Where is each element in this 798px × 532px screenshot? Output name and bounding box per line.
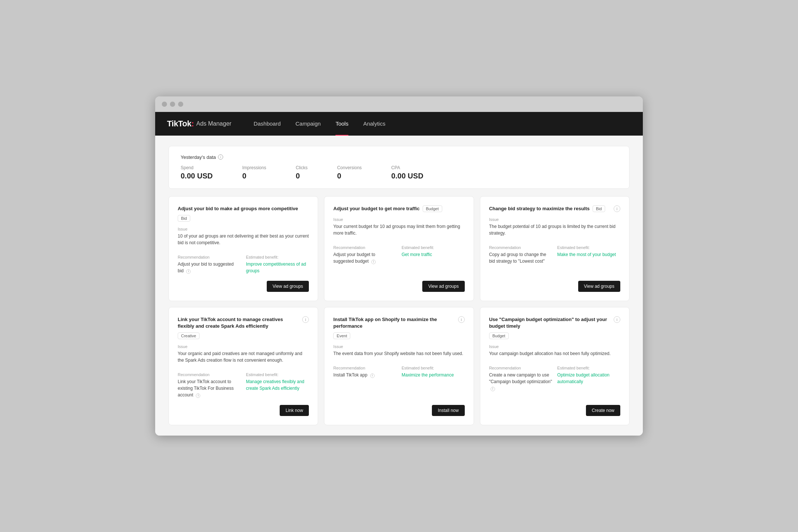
rec-info-icon[interactable]: i [370,374,375,378]
benefit-section: Estimated benefit: Get more traffic [402,245,465,274]
recommendation-label: Recommendation [489,245,552,250]
recommendation-section: Recommendation Copy ad group to change t… [489,245,552,274]
nav-item-dashboard[interactable]: Dashboard [253,112,280,136]
issue-section: Issue The budget potential of 10 ad grou… [489,217,620,236]
benefit-section: Estimated benefit: Manage creatives flex… [246,372,309,398]
card-tag: Creative [178,332,200,339]
card-title: Adjust your bid to make ad groups more c… [178,205,298,212]
card-info-icon[interactable]: i [614,316,620,323]
issue-label: Issue [489,344,620,349]
issue-section: Issue The event data from your Shopify w… [333,344,464,357]
card-title-row: Use "Campaign budget optimization" to ad… [489,316,611,339]
stat-spend-value: 0.00 USD [181,172,213,180]
stat-impressions-value: 0 [242,172,266,180]
rec-info-icon[interactable]: i [371,260,376,264]
stat-impressions: Impressions 0 [242,165,266,180]
stat-conversions-value: 0 [337,172,362,180]
card-action-button[interactable]: Install now [432,405,465,416]
benefit-label: Estimated benefit: [246,372,309,377]
stat-impressions-label: Impressions [242,165,266,170]
card-title: Install TikTok app on Shopify to maximiz… [333,316,455,330]
card-info-icon[interactable]: i [302,316,309,323]
recommendation-section: Recommendation Create a new campaign to … [489,366,552,398]
card-footer: Link now [178,405,309,416]
benefit-text: Improve competitiveness of ad groups [246,261,309,274]
traffic-light-yellow[interactable] [170,102,175,107]
recommendation-card-5: Use "Campaign budget optimization" to ad… [480,307,630,425]
recommendation-card-2: Change bid strategy to maximize the resu… [480,196,630,301]
card-footer: View ad groups [333,281,464,292]
stats-row: Spend 0.00 USD Impressions 0 Clicks 0 Co… [181,165,617,180]
card-title-row: Change bid strategy to maximize the resu… [489,205,611,212]
benefit-text: Maximize the performance [402,372,465,378]
issue-section: Issue Your campaign budget allocation ha… [489,344,620,357]
recommendation-label: Recommendation [178,372,241,377]
recommendation-section: Recommendation Install TikTok app i [333,366,396,398]
card-body: Recommendation Adjust your bid to sugges… [178,255,309,274]
benefit-label: Estimated benefit: [402,366,465,370]
issue-label: Issue [178,227,309,231]
card-tag: Bid [593,205,605,212]
card-header: Adjust your bid to make ad groups more c… [178,205,309,222]
nav-item-analytics[interactable]: Analytics [363,112,385,136]
stats-bar: Yesterday's data i Spend 0.00 USD Impres… [168,146,630,189]
nav-item-campaign[interactable]: Campaign [296,112,321,136]
traffic-light-green[interactable] [178,102,183,107]
nav-item-tools[interactable]: Tools [335,112,348,136]
card-title: Change bid strategy to maximize the resu… [489,205,590,212]
nav-items: Dashboard Campaign Tools Analytics [253,112,385,136]
main-content: Yesterday's data i Spend 0.00 USD Impres… [155,136,643,436]
recommendation-label: Recommendation [333,366,396,370]
rec-info-icon[interactable]: i [491,387,495,391]
rec-info-icon[interactable]: i [186,269,191,274]
nav-bar: TikTok: Ads Manager Dashboard Campaign T… [155,112,643,136]
card-header: Link your TikTok account to manage creat… [178,316,309,339]
card-tag: Event [333,332,350,339]
card-action-button[interactable]: View ad groups [267,281,309,292]
card-action-button[interactable]: View ad groups [578,281,621,292]
card-header: Use "Campaign budget optimization" to ad… [489,316,620,339]
card-action-button[interactable]: Create now [586,405,620,416]
issue-section: Issue Your current budget for 10 ad grou… [333,217,464,236]
recommendation-text: Adjust your bid to suggested bid i [178,261,241,274]
stats-info-icon[interactable]: i [218,154,223,160]
issue-label: Issue [333,344,464,349]
benefit-text: Get more traffic [402,251,465,258]
recommendation-text: Copy ad group to change the bid strategy… [489,251,552,265]
stat-clicks-label: Clicks [296,165,307,170]
issue-text: Your organic and paid creatives are not … [178,350,309,364]
benefit-text: Manage creatives flexibly and create Spa… [246,378,309,392]
card-action-button[interactable]: View ad groups [422,281,465,292]
stat-clicks: Clicks 0 [296,165,307,180]
card-info-icon[interactable]: i [614,205,620,212]
recommendation-text: Adjust your budget to suggested budget i [333,251,396,265]
issue-section: Issue Your organic and paid creatives ar… [178,344,309,364]
issue-text: The event data from your Shopify website… [333,350,464,357]
card-body: Recommendation Copy ad group to change t… [489,245,620,274]
stat-cpa-label: CPA [391,165,423,170]
traffic-light-red[interactable] [162,102,167,107]
card-tag: Budget [423,205,442,212]
recommendation-text: Link your TikTok account to existing Tik… [178,378,241,398]
card-body: Recommendation Adjust your budget to sug… [333,245,464,274]
card-action-button[interactable]: Link now [280,405,309,416]
benefit-label: Estimated benefit: [557,366,620,370]
card-info-icon[interactable]: i [458,316,465,323]
stats-title-text: Yesterday's data [181,154,216,160]
issue-text: Your campaign budget allocation has not … [489,350,620,357]
card-body: Recommendation Link your TikTok account … [178,372,309,398]
logo-ads-text: Ads Manager [196,120,231,127]
recommendation-label: Recommendation [489,366,552,370]
rec-info-icon[interactable]: i [196,393,200,398]
issue-label: Issue [178,344,309,349]
benefit-section: Estimated benefit: Make the most of your… [557,245,620,274]
card-title-row: Install TikTok app on Shopify to maximiz… [333,316,455,339]
card-title: Use "Campaign budget optimization" to ad… [489,316,611,330]
logo: TikTok: Ads Manager [167,119,231,129]
card-body: Recommendation Install TikTok app i Esti… [333,366,464,398]
issue-section: Issue 10 of your ad groups are not deliv… [178,227,309,246]
stat-cpa-value: 0.00 USD [391,172,423,180]
browser-content: TikTok: Ads Manager Dashboard Campaign T… [155,112,643,436]
stat-spend-label: Spend [181,165,213,170]
recommendation-card-4: Install TikTok app on Shopify to maximiz… [324,307,474,425]
